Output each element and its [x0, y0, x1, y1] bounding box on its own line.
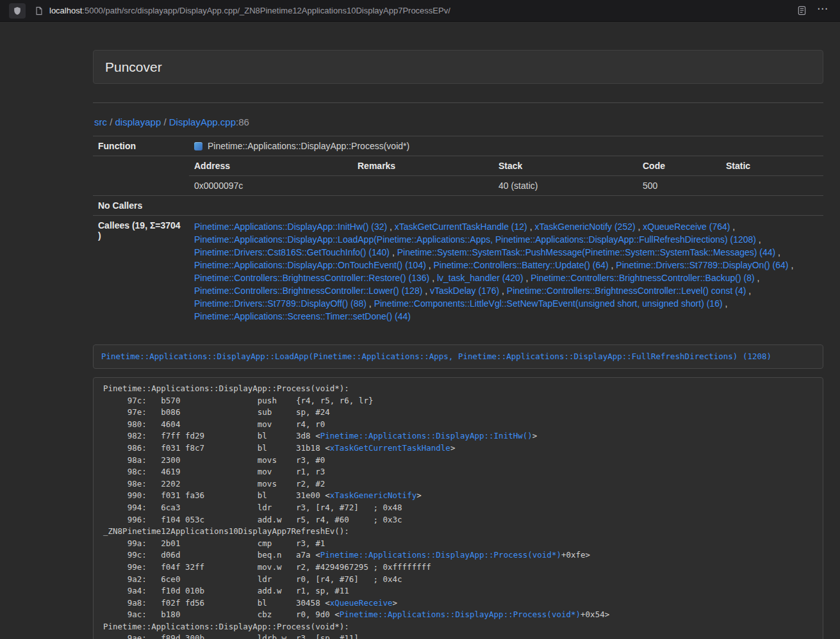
assembly-symbol-link[interactable]: xQueueReceive: [330, 598, 393, 608]
callee-link[interactable]: Pinetime::Controllers::BrightnessControl…: [194, 273, 429, 283]
url-text: localhost:5000/path/src/displayapp/Displ…: [49, 6, 450, 15]
method-icon: [194, 142, 202, 150]
callees-label: Callees (19, Σ=3704 ): [93, 216, 189, 328]
reader-view-icon[interactable]: [793, 3, 811, 19]
breadcrumb-separator: /: [163, 117, 166, 127]
col-remarks: Remarks: [352, 156, 493, 176]
stack-value: 40 (static): [493, 176, 638, 196]
ellipsis-menu-icon[interactable]: ⋯: [811, 3, 832, 18]
callee-link[interactable]: Pinetime::Controllers::BrightnessControl…: [507, 286, 746, 296]
callee-link[interactable]: Pinetime::Drivers::St7789::DisplayOff() …: [194, 298, 366, 309]
breadcrumb-line-number: :86: [236, 117, 249, 127]
callee-link[interactable]: Pinetime::Drivers::Cst816S::GetTouchInfo…: [194, 247, 390, 257]
symbol-preview-link[interactable]: Pinetime::Applications::DisplayApp::Load…: [101, 352, 771, 361]
col-address: Address: [189, 156, 352, 176]
no-callers-cell: [189, 196, 823, 216]
function-row: Function Pinetime::Applications::Display…: [93, 136, 823, 156]
remarks-value: [352, 176, 493, 196]
col-code: Code: [638, 156, 721, 176]
assembly-symbol-link[interactable]: xTaskGenericNotify: [330, 490, 416, 500]
assembly-symbol-link[interactable]: Pinetime::Applications::DisplayApp::Proc…: [320, 550, 561, 560]
no-callers-row: No Callers: [93, 196, 823, 216]
stats-cell: Address Remarks Stack Code Static 0x0000…: [189, 156, 823, 196]
callee-link[interactable]: Pinetime::Controllers::Battery::Update()…: [434, 260, 609, 270]
address-stats-row: Address Remarks Stack Code Static 0x0000…: [93, 156, 823, 196]
assembly-symbol-link[interactable]: xTaskGetCurrentTaskHandle: [330, 443, 450, 453]
browser-toolbar: localhost:5000/path/src/displayapp/Displ…: [0, 0, 840, 22]
breadcrumb-displayapp[interactable]: displayapp: [115, 117, 161, 127]
callee-link[interactable]: Pinetime::Controllers::BrightnessControl…: [531, 273, 754, 283]
breadcrumb: src / displayapp / DisplayApp.cpp:86: [94, 117, 823, 127]
code-value: 500: [638, 176, 721, 196]
function-label: Function: [93, 136, 189, 156]
callee-link[interactable]: Pinetime::Controllers::BrightnessControl…: [194, 286, 422, 296]
callee-link[interactable]: Pinetime::Applications::DisplayApp::Load…: [194, 234, 756, 245]
function-cell: Pinetime::Applications::DisplayApp::Proc…: [189, 136, 823, 156]
symbol-info-table: Function Pinetime::Applications::Display…: [93, 136, 823, 327]
shield-icon[interactable]: [9, 3, 26, 19]
callee-link[interactable]: xTaskGetCurrentTaskHandle (12): [395, 222, 527, 232]
callee-link[interactable]: lv_task_handler (420): [437, 273, 523, 283]
callee-link[interactable]: Pinetime::Applications::DisplayApp::OnTo…: [194, 260, 426, 270]
page-icon: [35, 6, 44, 15]
callee-link[interactable]: Pinetime::Drivers::St7789::DisplayOn() (…: [616, 260, 788, 270]
col-static: Static: [721, 156, 823, 176]
breadcrumb-separator: /: [110, 117, 112, 127]
assembly-code: Pinetime::Applications::DisplayApp::Proc…: [103, 383, 813, 639]
callee-link[interactable]: xTaskGenericNotify (252): [534, 222, 635, 232]
stats-header-row: Address Remarks Stack Code Static: [189, 156, 823, 176]
stats-value-row: 0x0000097c 40 (static) 500: [189, 176, 823, 196]
callee-link[interactable]: Pinetime::Applications::DisplayApp::Init…: [194, 222, 387, 232]
callee-link[interactable]: Pinetime::Applications::Screens::Timer::…: [194, 311, 411, 321]
function-name: Pinetime::Applications::DisplayApp::Proc…: [208, 141, 409, 151]
url-path: :5000/path/src/displayapp/DisplayApp.cpp…: [82, 6, 450, 15]
shield-glyph: [13, 6, 22, 15]
no-callers-label: No Callers: [93, 196, 189, 216]
callee-link[interactable]: vTaskDelay (176): [430, 286, 499, 296]
callee-link[interactable]: Pinetime::Components::LittleVgl::SetNewT…: [374, 298, 723, 309]
callees-list: Pinetime::Applications::DisplayApp::Init…: [189, 216, 823, 328]
assembly-symbol-link[interactable]: Pinetime::Applications::DisplayApp::Init…: [320, 431, 532, 441]
divider: [93, 102, 823, 103]
empty-label-cell: [93, 156, 189, 196]
url-bar[interactable]: localhost:5000/path/src/displayapp/Displ…: [35, 6, 793, 15]
app-header-panel: Puncover: [93, 50, 823, 84]
breadcrumb-file[interactable]: DisplayApp.cpp: [169, 117, 236, 127]
symbol-preview-box: Pinetime::Applications::DisplayApp::Load…: [93, 344, 823, 369]
assembly-symbol-link[interactable]: Pinetime::Applications::DisplayApp::Proc…: [340, 610, 581, 619]
disassembly-block: Pinetime::Applications::DisplayApp::Proc…: [93, 377, 823, 639]
callees-row: Callees (19, Σ=3704 ) Pinetime::Applicat…: [93, 216, 823, 328]
static-value: [721, 176, 823, 196]
col-stack: Stack: [493, 156, 638, 176]
url-host: localhost: [49, 6, 82, 15]
address-value: 0x0000097c: [189, 176, 352, 196]
stats-table: Address Remarks Stack Code Static 0x0000…: [189, 156, 823, 195]
callee-link[interactable]: Pinetime::System::SystemTask::PushMessag…: [397, 247, 776, 257]
page-title: Puncover: [105, 59, 811, 75]
callee-link[interactable]: xQueueReceive (764): [643, 222, 730, 232]
breadcrumb-src[interactable]: src: [94, 117, 107, 127]
main-content: Puncover src / displayapp / DisplayApp.c…: [93, 50, 823, 639]
